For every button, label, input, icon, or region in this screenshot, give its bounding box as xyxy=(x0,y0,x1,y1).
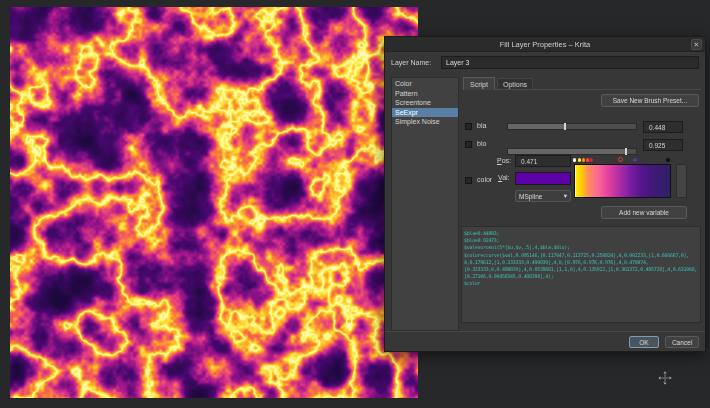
krita-app: { "window": { "title": "Fill Layer Prope… xyxy=(0,0,710,408)
seexpr-script-editor[interactable]: $bla=0.44803; $blo=0.92473; $val=voronoi… xyxy=(461,226,701,323)
blo-value-box[interactable]: 0.925 xyxy=(643,139,683,151)
list-item-screentone[interactable]: Screentone xyxy=(392,98,458,108)
tab-script[interactable]: Script xyxy=(463,77,495,90)
blo-checkbox[interactable] xyxy=(465,141,472,148)
gradient-stop[interactable] xyxy=(582,158,586,162)
blo-slider-fill xyxy=(508,149,626,154)
fill-layer-properties-dialog: Fill Layer Properties – Krita ✕ Layer Na… xyxy=(384,36,706,352)
generator-list: Color Pattern Screentone SeExpr Simplex … xyxy=(391,77,459,331)
list-item-simplex-noise[interactable]: Simplex Noise xyxy=(392,117,458,127)
interpolation-value: MSpline xyxy=(519,193,542,200)
add-new-variable-button[interactable]: Add new variable xyxy=(601,206,687,219)
dropdown-arrow-icon: ▾ xyxy=(564,192,567,200)
list-item-color[interactable]: Color xyxy=(392,79,458,89)
interpolation-dropdown[interactable]: MSpline ▾ xyxy=(515,190,571,202)
blo-label: blo xyxy=(477,140,486,147)
gradient-stops-row[interactable] xyxy=(574,157,671,163)
color-value-swatch[interactable] xyxy=(515,172,571,185)
blo-slider[interactable] xyxy=(507,148,637,155)
gradient-stop[interactable] xyxy=(666,158,670,162)
gradient-stop[interactable] xyxy=(589,158,593,162)
pos-input[interactable]: 0.471 xyxy=(515,155,571,167)
gradient-stop-selected[interactable] xyxy=(618,157,623,162)
gradient-side-button[interactable] xyxy=(676,164,687,198)
val-label: Val: xyxy=(498,174,510,181)
layer-texture-canvas[interactable] xyxy=(10,7,418,398)
pos-label: Pos: xyxy=(497,157,511,164)
gradient-stop[interactable] xyxy=(578,158,582,162)
dialog-button-separator xyxy=(385,331,705,332)
bla-label: bla xyxy=(477,122,486,129)
close-icon[interactable]: ✕ xyxy=(691,39,702,50)
gradient-bar[interactable] xyxy=(574,164,671,198)
gradient-stop[interactable] xyxy=(573,158,577,162)
color-checkbox[interactable] xyxy=(465,177,472,184)
dialog-titlebar[interactable]: Fill Layer Properties – Krita ✕ xyxy=(385,37,705,52)
list-item-seexpr[interactable]: SeExpr xyxy=(392,108,458,118)
color-label: color xyxy=(477,176,492,183)
bla-slider-handle[interactable] xyxy=(564,123,566,130)
blo-slider-handle[interactable] xyxy=(625,148,627,155)
bla-slider-fill xyxy=(508,124,565,129)
cancel-button[interactable]: Cancel xyxy=(665,336,699,348)
list-item-pattern[interactable]: Pattern xyxy=(392,89,458,99)
layer-name-input[interactable]: Layer 3 xyxy=(441,56,699,69)
bla-value-box[interactable]: 0.448 xyxy=(643,121,683,133)
bla-checkbox[interactable] xyxy=(465,123,472,130)
ok-button[interactable]: OK xyxy=(629,336,659,348)
gradient-stop[interactable] xyxy=(633,158,637,162)
layer-name-label: Layer Name: xyxy=(391,59,431,66)
pan-cursor-icon xyxy=(658,371,672,385)
save-new-brush-preset-button[interactable]: Save New Brush Preset... xyxy=(601,94,699,107)
dialog-title: Fill Layer Properties – Krita xyxy=(500,40,590,49)
bla-slider[interactable] xyxy=(507,123,637,130)
